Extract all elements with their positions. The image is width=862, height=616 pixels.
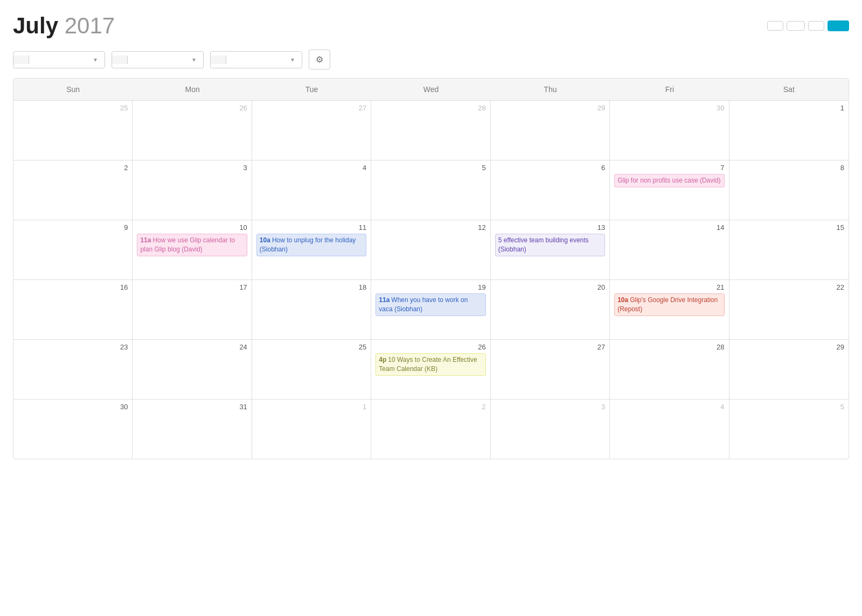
toolbar: ▾ ▾ ▾ ⚙ [13,50,849,69]
day-number: 3 [137,164,247,172]
tasks-select[interactable]: ▾ [226,52,302,68]
calendar-cell[interactable]: 3 [133,160,252,220]
calendar: SunMonTueWedThuFriSat2526272829301234567… [13,78,849,459]
calendar-week-3: 1617181911aWhen you have to work on vaca… [13,280,849,340]
calendar-cell[interactable]: 22 [729,280,849,339]
calendar-cell[interactable]: 28 [371,101,490,160]
new-event-button[interactable] [828,20,849,31]
day-number: 24 [137,343,247,351]
calendar-event[interactable]: Glip for non profits use case (David) [614,174,724,187]
calendar-cell[interactable]: 16 [13,280,133,339]
event-time: 11a [140,236,151,244]
prev-button[interactable] [767,21,783,31]
day-number: 16 [18,283,128,291]
calendar-event[interactable]: 10aGlip's Google Drive Integration (Repo… [614,293,724,316]
day-number: 4 [256,164,366,172]
calendar-cell[interactable]: 5 [729,400,849,459]
today-button[interactable] [787,21,805,31]
show-select[interactable]: ▾ [29,52,105,68]
calendar-cell[interactable]: 14 [610,220,729,279]
calendar-cell[interactable]: 23 [13,340,133,399]
calendar-cell[interactable]: 5 [371,160,490,220]
day-name-wed: Wed [371,79,490,100]
day-name-sat: Sat [729,79,849,100]
calendar-cell[interactable]: 1 [729,101,849,160]
calendar-cell[interactable]: 7Glip for non profits use case (David) [610,160,729,220]
calendar-cell[interactable]: 12 [371,220,490,279]
calendar-event[interactable]: 11aHow we use Glip calendar to plan Glip… [137,234,247,256]
day-number: 28 [614,343,724,351]
calendar-event[interactable]: 5 effective team building events (Siobha… [495,234,605,256]
show-chevron-icon: ▾ [94,56,97,64]
day-number: 30 [614,104,724,112]
calendar-cell[interactable]: 135 effective team building events (Siob… [491,220,610,279]
calendar-body: 2526272829301234567Glip for non profits … [13,101,849,459]
calendar-cell[interactable]: 25 [13,101,133,160]
calendar-cell[interactable]: 1011aHow we use Glip calendar to plan Gl… [133,220,252,279]
next-button[interactable] [808,21,824,31]
day-name-sun: Sun [13,79,133,100]
day-number: 5 [376,164,485,172]
tasks-label [211,55,226,64]
day-number: 3 [495,403,605,411]
month-year-title: July 2017 [13,13,115,39]
day-number: 30 [18,403,128,411]
day-number: 2 [376,403,485,411]
calendar-cell[interactable]: 30 [13,400,133,459]
calendar-cell[interactable]: 24 [133,340,252,399]
calendar-cell[interactable]: 18 [252,280,371,339]
event-title: Glip for non profits use case (David) [617,177,720,184]
calendar-cell[interactable]: 1110aHow to unplug for the holiday (Siob… [252,220,371,279]
month-label: July [13,13,58,38]
day-number: 1 [734,104,844,112]
calendar-cell[interactable]: 4 [610,400,729,459]
calendar-event[interactable]: 10aHow to unplug for the holiday (Siobha… [256,234,366,256]
calendar-cell[interactable]: 29 [491,101,610,160]
calendar-week-5: 303112345 [13,400,849,459]
calendar-cell[interactable]: 8 [729,160,849,220]
view-select[interactable]: ▾ [128,52,203,68]
calendar-week-4: 232425264p10 Ways to Create An Effective… [13,340,849,400]
calendar-week-1: 234567Glip for non profits use case (Dav… [13,160,849,220]
calendar-cell[interactable]: 3 [491,400,610,459]
event-title: How we use Glip calendar to plan Glip bl… [140,236,235,253]
day-name-mon: Mon [133,79,252,100]
day-number: 1 [256,403,366,411]
calendar-cell[interactable]: 31 [133,400,252,459]
calendar-cell[interactable]: 6 [491,160,610,220]
year-label: 2017 [65,13,115,38]
day-number: 4 [614,403,724,411]
calendar-cell[interactable]: 17 [133,280,252,339]
day-number: 29 [734,343,844,351]
calendar-week-0: 2526272829301 [13,101,849,160]
calendar-cell[interactable]: 264p10 Ways to Create An Effective Team … [371,340,490,399]
calendar-cell[interactable]: 1 [252,400,371,459]
calendar-cell[interactable]: 2110aGlip's Google Drive Integration (Re… [610,280,729,339]
calendar-event[interactable]: 11aWhen you have to work on vaca (Siobha… [376,293,485,316]
calendar-cell[interactable]: 4 [252,160,371,220]
calendar-cell[interactable]: 1911aWhen you have to work on vaca (Siob… [371,280,490,339]
calendar-cell[interactable]: 30 [610,101,729,160]
calendar-cell[interactable]: 27 [491,340,610,399]
day-number: 9 [18,223,128,232]
day-number: 31 [137,403,247,411]
calendar-cell[interactable]: 9 [13,220,133,279]
calendar-cell[interactable]: 2 [13,160,133,220]
day-number: 27 [495,343,605,351]
calendar-cell[interactable]: 2 [371,400,490,459]
calendar-cell[interactable]: 20 [491,280,610,339]
calendar-cell[interactable]: 26 [133,101,252,160]
calendar-cell[interactable]: 28 [610,340,729,399]
day-number: 17 [137,283,247,291]
calendar-cell[interactable]: 15 [729,220,849,279]
calendar-cell[interactable]: 25 [252,340,371,399]
day-number: 5 [734,403,844,411]
event-title: 5 effective team building events (Siobha… [498,236,589,253]
calendar-cell[interactable]: 27 [252,101,371,160]
calendar-event[interactable]: 4p10 Ways to Create An Effective Team Ca… [376,353,485,376]
view-label [112,55,128,64]
settings-button[interactable]: ⚙ [309,50,330,69]
calendar-cell[interactable]: 29 [729,340,849,399]
day-number: 26 [137,104,247,112]
nav-controls [767,20,849,31]
